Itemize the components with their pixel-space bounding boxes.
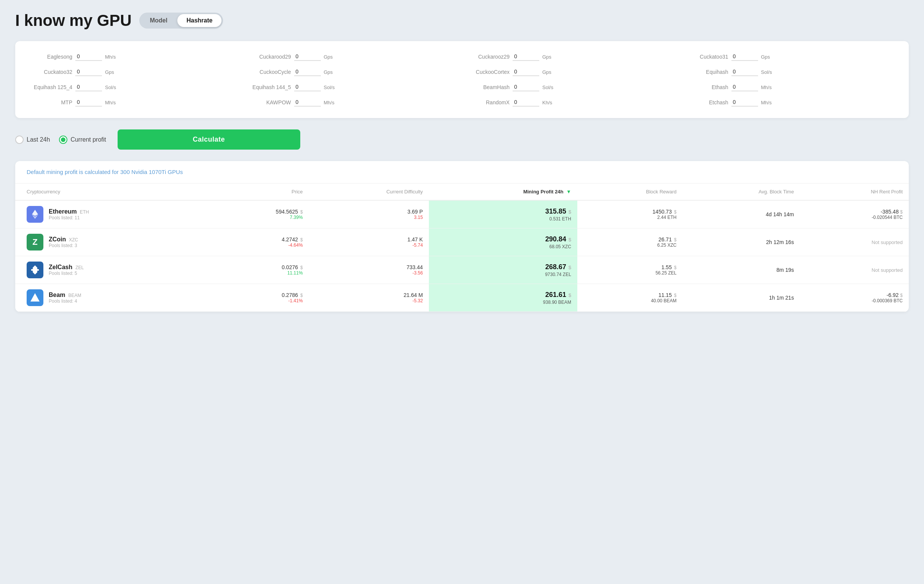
price-cell: 4.2742 $ -4.64%: [212, 228, 309, 256]
crypto-pools: Pools listed: 11: [49, 215, 89, 220]
hashrate-item: MTP Mh/s: [30, 98, 238, 107]
hashrate-unit: Sol/s: [105, 84, 116, 90]
current-profit-radio[interactable]: Current profit: [59, 136, 106, 144]
nh-profit-cell: -6.92 $ -0.000369 BTC: [800, 284, 909, 312]
current-profit-radio-circle: [59, 136, 68, 144]
hashrate-input[interactable]: [75, 68, 102, 76]
hashrate-input[interactable]: [731, 68, 758, 76]
radio-group: Last 24h Current profit: [15, 136, 106, 144]
table-row: ZelCash ZEL Pools listed: 5 0.0276 $ 11.…: [15, 256, 909, 284]
nh-sub: -0.020544 BTC: [806, 215, 903, 220]
hashrate-label: Equihash 144_5: [249, 84, 291, 90]
reward-main: 1.55 $: [583, 264, 676, 270]
profit-sub: 9730.74 ZEL: [435, 272, 571, 277]
hashrate-unit: Kh/s: [542, 100, 552, 106]
hashrate-input[interactable]: [294, 53, 321, 61]
hashrate-item: Cuckatoo31 Gps: [686, 53, 894, 61]
hashrate-unit: Sol/s: [324, 84, 335, 90]
hashrate-input[interactable]: [75, 98, 102, 107]
nh-profit-cell: Not supported: [800, 256, 909, 284]
profit-sub: 0.531 ETH: [435, 216, 571, 222]
hashrate-label: CuckooCycle: [249, 69, 291, 75]
hashrate-input[interactable]: [513, 68, 539, 76]
crypto-cell: Ethereum ETH Pools listed: 11: [15, 200, 212, 228]
hashrate-input[interactable]: [294, 98, 321, 107]
page-title: I know my GPU: [15, 12, 132, 30]
hashrate-item: Equihash Sol/s: [686, 68, 894, 76]
hashrate-input[interactable]: [75, 53, 102, 61]
table-row: Ethereum ETH Pools listed: 11 594.5625 $…: [15, 200, 909, 228]
crypto-ticker: XZC: [69, 237, 78, 243]
price-pct: -4.64%: [218, 243, 302, 248]
hashrate-unit: Mh/s: [761, 84, 772, 90]
col-cryptocurrency: Cryptocurrency: [15, 184, 212, 200]
hashrate-input[interactable]: [513, 53, 539, 61]
hashrate-input[interactable]: [75, 83, 102, 91]
profit-main-row: 290.84 $: [435, 235, 571, 243]
hashrate-input[interactable]: [294, 83, 321, 91]
hashrate-unit: Gps: [105, 69, 114, 75]
hashrate-label: Cuckarood29: [249, 54, 291, 60]
hashrate-label: Etchash: [686, 99, 728, 106]
diff-main: 733.44: [315, 264, 423, 270]
hashrate-grid: Eaglesong Mh/s Cuckarood29 Gps Cuckarooz…: [30, 53, 894, 107]
profit-cell: 315.85 $ 0.531 ETH: [429, 200, 578, 228]
profit-main-row: 268.67 $: [435, 263, 571, 271]
profit-main: 268.67: [545, 263, 566, 271]
profit-dollar: $: [569, 237, 571, 243]
crypto-icon: [26, 206, 43, 223]
hashrate-unit: Mh/s: [761, 100, 772, 106]
hashrate-label: Eaglesong: [30, 54, 72, 60]
hashrate-input[interactable]: [731, 83, 758, 91]
block-reward-cell: 1450.73 $ 2.44 ETH: [578, 200, 683, 228]
crypto-pools: Pools listed: 3: [49, 243, 78, 248]
profit-main: 261.61: [545, 291, 566, 298]
table-header: Cryptocurrency Price Current Difficulty …: [15, 184, 909, 200]
hashrate-input[interactable]: [513, 83, 539, 91]
hashrate-item: KAWPOW Mh/s: [249, 98, 457, 107]
hashrate-unit: Gps: [761, 54, 770, 60]
diff-sub: -5.32: [315, 298, 423, 303]
crypto-pools: Pools listed: 4: [49, 298, 81, 304]
hashrate-toggle-btn[interactable]: Hashrate: [177, 14, 221, 27]
profit-sub: 938.90 BEAM: [435, 299, 571, 305]
model-toggle-btn[interactable]: Model: [141, 14, 177, 27]
price-main: 0.2786 $: [218, 292, 302, 298]
price-cell: 0.0276 $ 11.11%: [212, 256, 309, 284]
results-info-text: Default mining profit is calculated for …: [26, 169, 183, 175]
profit-cell: 261.61 $ 938.90 BEAM: [429, 284, 578, 312]
hashrate-input[interactable]: [731, 98, 758, 107]
crypto-pools: Pools listed: 5: [49, 271, 84, 276]
profit-main: 315.85: [545, 207, 566, 215]
nh-main: -385.48 $: [806, 208, 903, 215]
hashrate-label: Equihash 125_4: [30, 84, 72, 90]
price-main: 0.0276 $: [218, 264, 302, 270]
hashrate-label: CuckooCortex: [468, 69, 510, 75]
profit-dollar: $: [569, 292, 571, 298]
hashrate-input[interactable]: [731, 53, 758, 61]
hashrate-unit: Mh/s: [324, 100, 335, 106]
difficulty-cell: 3.69 P 3.15: [309, 200, 429, 228]
svg-marker-2: [31, 265, 39, 275]
hashrate-unit: Gps: [542, 54, 551, 60]
results-tbody: Ethereum ETH Pools listed: 11 594.5625 $…: [15, 200, 909, 312]
last24h-radio[interactable]: Last 24h: [15, 136, 50, 144]
difficulty-cell: 21.64 M -5.32: [309, 284, 429, 312]
table-row: Z ZCoin XZC Pools listed: 3 4.2742 $ -4.…: [15, 228, 909, 256]
diff-main: 21.64 M: [315, 292, 423, 298]
hashrate-label: KAWPOW: [249, 99, 291, 106]
crypto-name: Beam: [49, 292, 66, 298]
results-table: Cryptocurrency Price Current Difficulty …: [15, 184, 909, 312]
crypto-cell: Beam BEAM Pools listed: 4: [15, 284, 212, 312]
hashrate-unit: Gps: [542, 69, 551, 75]
nh-sub: -0.000369 BTC: [806, 298, 903, 303]
difficulty-cell: 1.47 K -5.74: [309, 228, 429, 256]
reward-main: 26.71 $: [583, 237, 676, 243]
hashrate-input[interactable]: [294, 68, 321, 76]
block-time: 1h 1m 21s: [769, 294, 794, 301]
col-mining-profit[interactable]: Mining Profit 24h ▼: [429, 184, 578, 200]
hashrate-input[interactable]: [513, 98, 539, 107]
calculate-button[interactable]: Calculate: [117, 129, 300, 150]
mode-toggle-group: Model Hashrate: [139, 13, 223, 28]
price-pct: 7.39%: [218, 215, 302, 220]
